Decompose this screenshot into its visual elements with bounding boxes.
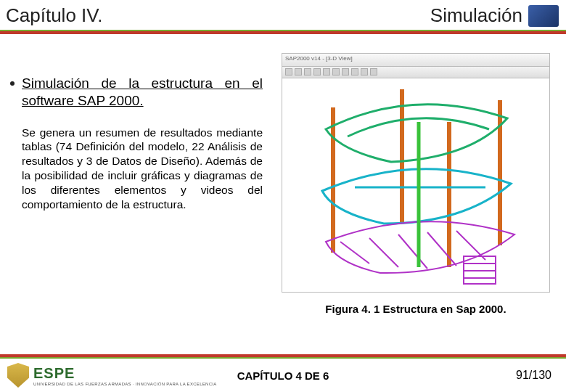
toolbar-button-icon <box>351 68 358 75</box>
toolbar-button-icon <box>361 68 368 75</box>
structure-3d-icon <box>282 78 550 293</box>
bullet-item: Simulación de la estructura en el softwa… <box>10 75 263 110</box>
text-column: Simulación de la estructura en el softwa… <box>10 53 263 315</box>
logo-text: ESPE <box>33 365 217 382</box>
header-3d-icon <box>528 5 559 27</box>
toolbar-button-icon <box>323 68 330 75</box>
svg-line-6 <box>369 238 398 267</box>
toolbar-button-icon <box>285 68 292 75</box>
slide-header: Capítulo IV. Simulación <box>0 0 566 31</box>
svg-line-7 <box>398 234 427 269</box>
toolbar-button-icon <box>304 68 311 75</box>
toolbar-button-icon <box>332 68 340 75</box>
section-title-text: Simulación <box>430 4 522 27</box>
shield-icon <box>7 363 29 388</box>
slide-footer: ESPE UNIVERSIDAD DE LAS FUERZAS ARMADAS … <box>0 357 566 392</box>
model-canvas <box>282 78 549 292</box>
content-subtitle: Simulación de la estructura en el softwa… <box>22 75 263 110</box>
figure-column: SAP2000 v14 - [3-D View] <box>276 53 556 315</box>
slide-content: Simulación de la estructura en el softwa… <box>0 31 566 322</box>
content-paragraph: Se genera un resumen de resultados media… <box>10 126 263 212</box>
logo-subtext: UNIVERSIDAD DE LAS FUERZAS ARMADAS · INN… <box>33 382 217 386</box>
section-title: Simulación <box>430 4 559 27</box>
figure-screenshot: SAP2000 v14 - [3-D View] <box>282 53 550 293</box>
logo-text-block: ESPE UNIVERSIDAD DE LAS FUERZAS ARMADAS … <box>33 365 217 386</box>
toolbar-button-icon <box>313 68 321 75</box>
footer-chapter-indicator: CAPÍTULO 4 DE 6 <box>237 369 329 382</box>
toolbar-button-icon <box>370 68 377 75</box>
chapter-title: Capítulo IV. <box>6 4 102 27</box>
window-titlebar: SAP2000 v14 - [3-D View] <box>282 54 549 67</box>
window-toolbar <box>282 67 549 78</box>
footer-logo: ESPE UNIVERSIDAD DE LAS FUERZAS ARMADAS … <box>7 363 217 388</box>
bullet-dot-icon <box>10 81 15 86</box>
toolbar-button-icon <box>342 68 349 75</box>
svg-line-8 <box>427 232 456 266</box>
footer-page-number: 91/130 <box>516 369 551 382</box>
figure-caption: Figura 4. 1 Estructura en Sap 2000. <box>276 303 556 315</box>
toolbar-button-icon <box>295 68 302 75</box>
